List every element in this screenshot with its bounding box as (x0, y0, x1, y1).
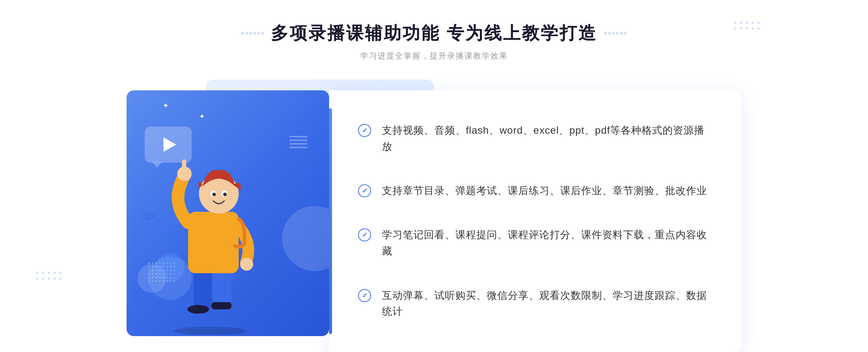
title-row: 多项录播课辅助功能 专为线上教学打造 (242, 22, 626, 45)
right-decorator (604, 32, 626, 34)
svg-point-12 (212, 193, 216, 196)
check-icon-2 (358, 184, 371, 197)
left-decorator (242, 32, 264, 34)
feature-text-3: 学习笔记回看、课程提问、课程评论打分、课件资料下载，重点内容收藏 (382, 227, 712, 259)
page-container: 多项录播课辅助功能 专为线上教学打造 学习进度全掌握，提升录播课教学效果 ≫ (0, 0, 868, 352)
right-features-panel: 支持视频、音频、flash、word、excel、ppt、pdf等各种格式的资源… (329, 90, 741, 352)
header-section: 多项录播课辅助功能 专为线上教学打造 学习进度全掌握，提升录播课教学效果 (242, 22, 626, 61)
svg-rect-4 (212, 302, 231, 309)
svg-point-0 (174, 327, 246, 335)
check-icon-1 (358, 124, 371, 137)
content-area: ≫ (127, 80, 741, 352)
subtitle: 学习进度全掌握，提升录播课教学效果 (242, 51, 626, 61)
feature-item-1: 支持视频、音频、flash、word、excel、ppt、pdf等各种格式的资源… (358, 115, 712, 162)
feature-item-4: 互动弹幕、试听购买、微信分享、观看次数限制、学习进度跟踪、数据统计 (358, 280, 712, 327)
svg-point-13 (223, 193, 227, 196)
line-decor (289, 134, 307, 150)
svg-point-8 (240, 258, 253, 271)
feature-item-2: 支持章节目录、弹题考试、课后练习、课后作业、章节测验、批改作业 (358, 176, 712, 206)
sparkle-2: ✦ (163, 101, 169, 110)
svg-rect-7 (182, 159, 186, 176)
check-icon-4 (358, 289, 371, 302)
feature-text-2: 支持章节目录、弹题考试、课后练习、课后作业、章节测验、批改作业 (382, 183, 707, 199)
blue-vertical-bar (329, 108, 332, 334)
dots-top-right (734, 22, 760, 30)
feature-item-3: 学习笔记回看、课程提问、课程评论打分、课件资料下载，重点内容收藏 (358, 220, 712, 267)
svg-rect-5 (188, 212, 239, 273)
feature-text-4: 互动弹幕、试听购买、微信分享、观看次数限制、学习进度跟踪、数据统计 (382, 288, 712, 320)
check-icon-3 (358, 228, 371, 241)
svg-point-3 (187, 305, 209, 314)
main-title: 多项录播课辅助功能 专为线上教学打造 (271, 22, 597, 45)
left-chevrons: ≫ (141, 207, 156, 224)
feature-text-1: 支持视频、音频、flash、word、excel、ppt、pdf等各种格式的资源… (382, 123, 712, 155)
dots-bottom-left (36, 272, 61, 280)
left-illustration-panel: ✦ ✦ (127, 90, 329, 336)
person-illustration (156, 118, 271, 336)
